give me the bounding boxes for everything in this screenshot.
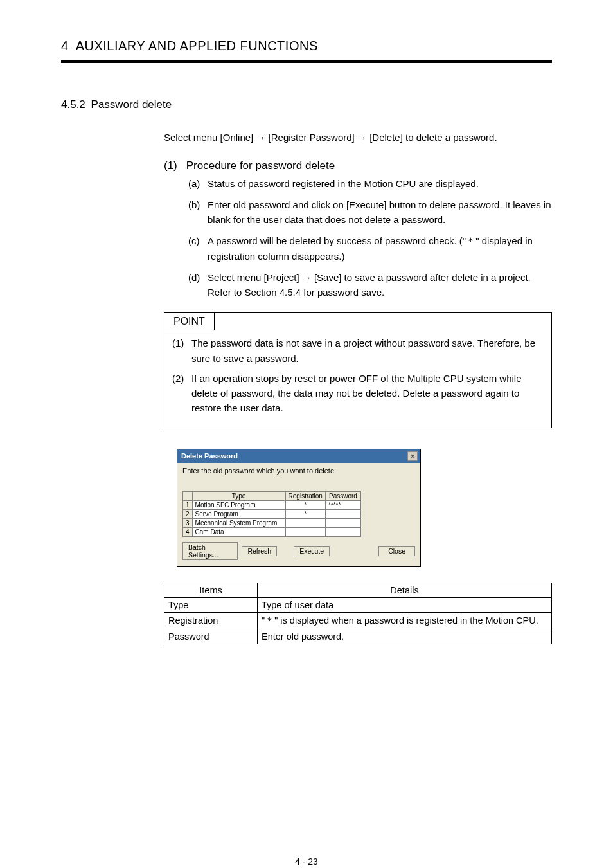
details-table: Items Details Type Type of user data Reg… [164,583,552,644]
dialog-instruction: Enter the old password which you want to… [182,467,415,475]
row-registration: * [285,509,325,518]
point-item-text: If an operation stops by reset or power … [191,371,544,416]
table-row: Password Enter old password. [164,629,552,644]
point-item-text: The password data is not save in a proje… [191,336,544,366]
procedure-item-label: (c) [188,233,208,264]
dialog-title: Delete Password [181,452,238,460]
procedure-item-text: Select menu [Project] → [Save] to save a… [208,270,552,300]
procedure-item-label: (b) [188,197,208,228]
col-blank [183,491,193,500]
procedure-item-label: (a) [188,176,208,191]
table-row: Type Type of user data [164,597,552,612]
row-type: Mechanical System Program [192,518,285,527]
details-item: Password [164,629,258,644]
table-row: 4 Cam Data [183,527,361,536]
close-icon[interactable]: ✕ [407,451,418,461]
row-password[interactable] [325,527,360,536]
procedure-item-text: Enter old password and click on [Execute… [208,197,552,228]
row-password[interactable]: ***** [325,500,360,509]
point-item: (2) If an operation stops by reset or po… [172,371,544,416]
details-header-items: Items [164,583,258,597]
procedure-item-label: (d) [188,270,208,300]
details-detail: Enter old password. [258,629,552,644]
section-intro: Select menu [Online] → [Register Passwor… [164,131,552,145]
dialog-table: Type Registration Password 1 Motion SFC … [182,491,361,537]
header-rule [61,60,552,63]
close-button[interactable]: Close [378,546,415,556]
details-item: Type [164,597,258,612]
table-row: Registration "＊" is displayed when a pas… [164,612,552,629]
row-number: 1 [183,500,193,509]
procedure-item-text: Status of password registered in the Mot… [208,176,552,191]
refresh-button[interactable]: Refresh [242,546,277,556]
row-registration [285,527,325,536]
row-number: 3 [183,518,193,527]
row-password[interactable] [325,518,360,527]
point-label: POINT [164,313,215,330]
chapter-number: 4 [61,39,69,53]
procedure-item: (d) Select menu [Project] → [Save] to sa… [188,270,552,300]
procedure-title: Procedure for password delete [186,159,335,172]
section-title: Password delete [91,98,172,111]
table-row: 1 Motion SFC Program * ***** [183,500,361,509]
col-type: Type [192,491,285,500]
execute-button[interactable]: Execute [294,546,330,556]
row-registration: * [285,500,325,509]
col-registration: Registration [285,491,325,500]
procedure-list: (a) Status of password registered in the… [188,176,552,300]
row-number: 2 [183,509,193,518]
procedure-item: (c) A password will be deleted by succes… [188,233,552,264]
procedure-heading: (1) Procedure for password delete [164,159,552,172]
details-detail: Type of user data [258,597,552,612]
row-registration [285,518,325,527]
procedure-number: (1) [164,159,183,172]
row-type: Cam Data [192,527,285,536]
page-number: 4 - 23 [61,856,552,867]
row-type: Motion SFC Program [192,500,285,509]
procedure-item: (a) Status of password registered in the… [188,176,552,191]
page-header: 4 AUXILIARY AND APPLIED FUNCTIONS [61,39,552,59]
row-type: Servo Program [192,509,285,518]
procedure-item-text: A password will be deleted by success of… [208,233,552,264]
row-number: 4 [183,527,193,536]
procedure-item: (b) Enter old password and click on [Exe… [188,197,552,228]
details-item: Registration [164,612,258,629]
col-password: Password [325,491,360,500]
row-password[interactable] [325,509,360,518]
point-item: (1) The password data is not save in a p… [172,336,544,366]
batch-settings-button[interactable]: Batch Settings... [182,542,238,560]
table-row: 3 Mechanical System Program [183,518,361,527]
delete-password-dialog: Delete Password ✕ Enter the old password… [177,449,421,567]
section-heading: 4.5.2 Password delete [61,98,552,111]
table-row: 2 Servo Program * [183,509,361,518]
chapter-title: AUXILIARY AND APPLIED FUNCTIONS [76,39,318,53]
section-number: 4.5.2 [61,98,85,111]
details-header-details: Details [258,583,552,597]
details-detail: "＊" is displayed when a password is regi… [258,612,552,629]
dialog-titlebar[interactable]: Delete Password ✕ [177,449,420,463]
point-item-label: (1) [172,336,191,366]
point-item-label: (2) [172,371,191,416]
point-box: POINT (1) The password data is not save … [164,312,552,428]
